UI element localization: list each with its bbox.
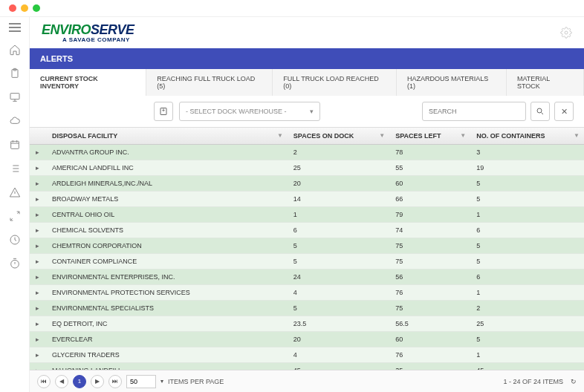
- expand-row-icon[interactable]: ▸: [30, 223, 46, 238]
- table-row[interactable]: ▸CHEMTRON CORPORATION5755: [30, 238, 584, 254]
- alert-icon[interactable]: [9, 186, 21, 198]
- cell-containers: 5: [470, 332, 584, 347]
- cell-left: 76: [389, 285, 470, 301]
- cell-on-dock: 14: [288, 192, 389, 207]
- logo-post: SERVE: [91, 22, 134, 37]
- timer-icon[interactable]: [9, 258, 21, 270]
- expand-row-icon[interactable]: ▸: [30, 254, 46, 270]
- filter-icon[interactable]: ▼: [277, 132, 283, 139]
- table-row[interactable]: ▸EVERCLEAR20605: [30, 332, 584, 347]
- col-spaces-on-dock[interactable]: SPACES ON DOCK▼: [288, 128, 389, 145]
- export-button[interactable]: [154, 102, 173, 121]
- list-icon[interactable]: [9, 163, 21, 174]
- cell-facility: ADVANTRA GROUP INC.: [46, 145, 288, 160]
- tab-material-stock[interactable]: MATERIAL STOCK: [507, 69, 584, 96]
- expand-row-icon[interactable]: ▸: [30, 363, 46, 370]
- cell-left: 74: [389, 223, 470, 238]
- maximize-window-icon[interactable]: [33, 4, 40, 12]
- home-icon[interactable]: [9, 44, 21, 56]
- pager-first-button[interactable]: ⏮: [37, 375, 51, 388]
- expand-icon[interactable]: [9, 210, 21, 222]
- pager-current-page[interactable]: 1: [73, 375, 86, 388]
- clipboard-icon[interactable]: [9, 68, 21, 79]
- expand-row-icon[interactable]: ▸: [30, 238, 46, 254]
- table-row[interactable]: ▸ADVANTRA GROUP INC.2783: [30, 145, 584, 160]
- controls-row: - SELECT DOCK WAREHOUSE - ▾ ✕: [30, 96, 584, 127]
- expand-row-icon[interactable]: ▸: [30, 316, 46, 332]
- filter-icon[interactable]: ▼: [460, 132, 466, 139]
- close-window-icon[interactable]: [9, 4, 16, 12]
- menu-toggle-icon[interactable]: [9, 23, 21, 32]
- page-size-input[interactable]: [126, 375, 156, 388]
- cell-left: 79: [389, 207, 470, 223]
- expand-row-icon[interactable]: ▸: [30, 145, 46, 160]
- cell-on-dock: 5: [288, 301, 389, 316]
- expand-row-icon[interactable]: ▸: [30, 301, 46, 316]
- cell-left: 60: [389, 176, 470, 192]
- filter-icon[interactable]: ▼: [379, 132, 385, 139]
- expand-row-icon[interactable]: ▸: [30, 332, 46, 347]
- cell-facility: CONTAINER COMPLIANCE: [46, 254, 288, 270]
- gear-icon[interactable]: [560, 27, 572, 39]
- pager-next-button[interactable]: ▶: [91, 375, 104, 388]
- table-row[interactable]: ▸AMERICAN LANDFILL INC255519: [30, 160, 584, 176]
- calendar-icon[interactable]: [9, 139, 21, 151]
- pager-last-button[interactable]: ⏭: [108, 375, 122, 388]
- table-row[interactable]: ▸CHEMICAL SOLVENTS6746: [30, 223, 584, 238]
- filter-icon[interactable]: ▼: [574, 132, 580, 139]
- cell-containers: 5: [470, 192, 584, 207]
- table-row[interactable]: ▸EQ DETROIT, INC23.556.525: [30, 316, 584, 332]
- cell-containers: 2: [470, 301, 584, 316]
- svg-rect-3: [10, 141, 19, 148]
- clear-search-button[interactable]: ✕: [554, 102, 574, 121]
- expand-row-icon[interactable]: ▸: [30, 176, 46, 192]
- cell-facility: EQ DETROIT, INC: [46, 316, 288, 332]
- expand-row-icon[interactable]: ▸: [30, 285, 46, 301]
- window-traffic-lights: [0, 0, 584, 16]
- table-row[interactable]: ▸CONTAINER COMPLIANCE5755: [30, 254, 584, 270]
- monitor-icon[interactable]: [9, 91, 21, 103]
- minimize-window-icon[interactable]: [21, 4, 28, 12]
- tab-reaching-full[interactable]: REACHING FULL TRUCK LOAD (5): [146, 69, 273, 96]
- table-row[interactable]: ▸MAHONING LANDFILL453545: [30, 363, 584, 370]
- cell-left: 66: [389, 192, 470, 207]
- svg-rect-2: [10, 94, 19, 99]
- expand-row-icon[interactable]: ▸: [30, 270, 46, 285]
- col-containers[interactable]: NO. OF CONTAINERS▼: [470, 128, 584, 145]
- cell-on-dock: 24: [288, 270, 389, 285]
- cell-left: 75: [389, 238, 470, 254]
- table-row[interactable]: ▸ENVIRONMENTAL PROTECTION SERVICES4761: [30, 285, 584, 301]
- cell-left: 76: [389, 347, 470, 363]
- table-row[interactable]: ▸ENVIRONMENTAL ENTERPRISES, INC.24566: [30, 270, 584, 285]
- search-button[interactable]: [531, 102, 550, 121]
- cell-facility: ENVIRONMENTAL ENTERPRISES, INC.: [46, 270, 288, 285]
- col-expand: [30, 128, 46, 145]
- table-row[interactable]: ▸BROADWAY METALS14665: [30, 192, 584, 207]
- tab-hazmat[interactable]: HAZARDOUS MATERIALS (1): [397, 69, 507, 96]
- expand-row-icon[interactable]: ▸: [30, 207, 46, 223]
- search-input[interactable]: [422, 102, 526, 121]
- table-row[interactable]: ▸GLYCERIN TRADERS4761: [30, 347, 584, 363]
- refresh-icon[interactable]: ↻: [571, 378, 577, 385]
- expand-row-icon[interactable]: ▸: [30, 347, 46, 363]
- warehouse-select[interactable]: - SELECT DOCK WAREHOUSE - ▾: [179, 102, 320, 121]
- cell-on-dock: 2: [288, 145, 389, 160]
- table-row[interactable]: ▸CENTRAL OHIO OIL1791: [30, 207, 584, 223]
- tab-current-stock[interactable]: CURRENT STOCK INVENTORY: [30, 69, 146, 96]
- clock-icon[interactable]: [9, 234, 21, 246]
- table-row[interactable]: ▸ARDLEIGH MINERALS,INC./NAL20605: [30, 176, 584, 192]
- pager-prev-button[interactable]: ◀: [55, 375, 68, 388]
- cell-facility: CENTRAL OHIO OIL: [46, 207, 288, 223]
- col-facility[interactable]: DISPOSAL FACILITY▼: [46, 128, 288, 145]
- cloud-icon[interactable]: [9, 115, 21, 127]
- cell-facility: CHEMICAL SOLVENTS: [46, 223, 288, 238]
- expand-row-icon[interactable]: ▸: [30, 192, 46, 207]
- expand-row-icon[interactable]: ▸: [30, 160, 46, 176]
- col-spaces-left[interactable]: SPACES LEFT▼: [389, 128, 470, 145]
- cell-containers: 5: [470, 176, 584, 192]
- logo: ENVIROSERVE A SAVAGE COMPANY: [42, 22, 134, 43]
- cell-left: 56: [389, 270, 470, 285]
- table-row[interactable]: ▸ENVIRONMENTAL SPECIALISTS5752: [30, 301, 584, 316]
- tab-full-reached[interactable]: FULL TRUCK LOAD REACHED (0): [273, 69, 397, 96]
- cell-facility: EVERCLEAR: [46, 332, 288, 347]
